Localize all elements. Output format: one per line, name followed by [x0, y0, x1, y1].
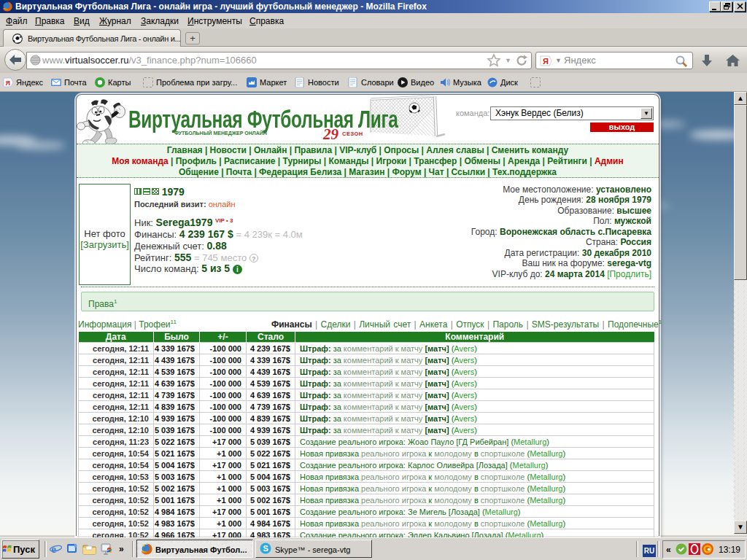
svg-text:Я: Я	[5, 79, 9, 87]
svg-text:Я: Я	[543, 57, 549, 66]
svg-text:S: S	[263, 544, 268, 553]
svg-text:e: e	[51, 543, 56, 555]
